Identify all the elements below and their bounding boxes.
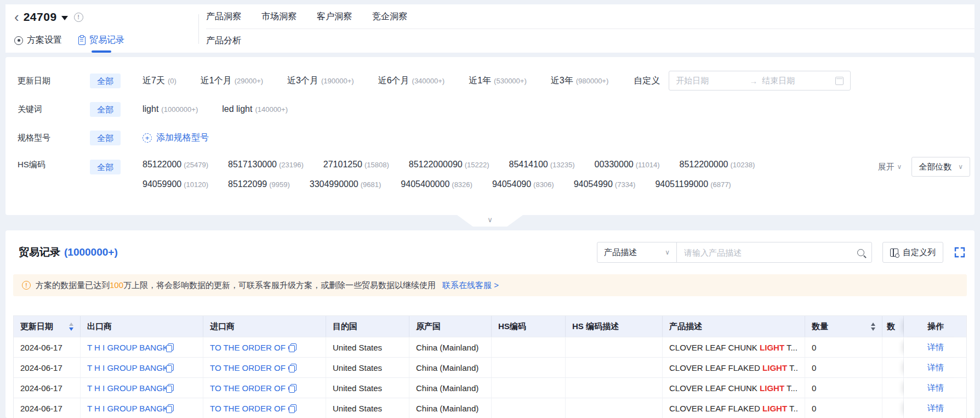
detail-link[interactable]: 详情 <box>927 403 944 414</box>
collapse-filters-tab[interactable]: ∨ <box>457 215 523 227</box>
arrow-right-icon: → <box>749 76 757 86</box>
sort-control[interactable] <box>69 323 73 331</box>
search-icon[interactable] <box>857 249 864 256</box>
calendar-icon[interactable] <box>835 77 844 85</box>
nav-item-market-insight[interactable]: 市场洞察 <box>261 11 297 22</box>
subnav-product-analysis[interactable]: 产品分析 <box>206 35 241 47</box>
page: ‹ 24709 ! 方案设置 贸易记录 产品洞察 市场洞察 <box>0 0 980 418</box>
date-option-3m[interactable]: 近3个月(190000+) <box>287 75 354 87</box>
copy-icon[interactable] <box>289 343 296 352</box>
hs-code-option[interactable]: 94051199000(6877) <box>655 179 731 189</box>
document-icon <box>78 36 86 45</box>
hs-code-option[interactable]: 94059900(10120) <box>143 179 208 189</box>
records-count: (1000000+) <box>64 246 118 258</box>
expand-hs-button[interactable]: 展开 ∨ <box>878 162 902 172</box>
hs-code-option[interactable]: 3304990000(9681) <box>310 179 381 189</box>
columns-settings-icon <box>890 248 898 257</box>
hs-code-option[interactable]: 9405400000(8326) <box>401 179 472 189</box>
hs-digits-select[interactable]: 全部位数 ∨ <box>911 157 970 177</box>
keyword-highlight: LIGHT <box>760 383 784 393</box>
fullscreen-button[interactable] <box>953 245 967 259</box>
plan-dropdown-icon[interactable] <box>61 16 68 20</box>
table-row: 2024-06-17 T H I GROUP BANGK TO THE ORDE… <box>14 377 966 398</box>
keyword-highlight: LIGHT <box>760 343 784 352</box>
hs-code-option[interactable]: 27101250(15808) <box>323 160 389 170</box>
copy-icon[interactable] <box>166 384 173 392</box>
cell-hs-desc <box>566 378 663 398</box>
copy-icon[interactable] <box>166 404 173 413</box>
hs-controls: 展开 ∨ 全部位数 ∨ <box>878 157 970 177</box>
spec-all-chip[interactable]: 全部 <box>90 131 121 145</box>
date-option-3y[interactable]: 近3年(980000+) <box>551 75 609 87</box>
cell-exporter: T H I GROUP BANGK <box>81 378 203 398</box>
importer-link[interactable]: TO THE ORDER OF CL <box>210 383 289 393</box>
hs-code-option[interactable]: 85414100(13235) <box>509 160 575 170</box>
keyword-highlight: LIGHT <box>762 363 787 372</box>
column-header-hs-desc: HS 编码描述 <box>566 316 663 337</box>
custom-columns-button[interactable]: 自定义列 <box>882 242 943 263</box>
sort-control[interactable] <box>871 323 875 331</box>
importer-link[interactable]: TO THE ORDER OF CL <box>210 404 289 413</box>
date-option-1y[interactable]: 近1年(530000+) <box>469 75 527 87</box>
date-option-6m[interactable]: 近6个月(340000+) <box>378 75 445 87</box>
hs-code-option[interactable]: 94054990(7334) <box>574 179 636 189</box>
add-spec-button[interactable]: + 添加规格型号 <box>143 132 209 144</box>
importer-link[interactable]: TO THE ORDER OF CL <box>210 363 289 372</box>
chevron-down-icon: ∨ <box>487 215 493 224</box>
main-nav: 产品洞察 市场洞察 客户洞察 竞企洞察 <box>206 4 975 29</box>
exporter-link[interactable]: T H I GROUP BANGK <box>87 383 166 393</box>
search-field-select[interactable]: 产品描述 ∨ <box>597 242 677 263</box>
tab-plan-settings[interactable]: 方案设置 <box>14 35 62 53</box>
update-date-all-chip[interactable]: 全部 <box>90 74 121 88</box>
cell-product-desc: CLOVER LEAF CHUNK LIGHT T... <box>663 337 805 357</box>
keyword-option-led-light[interactable]: led light(140000+) <box>222 104 288 114</box>
cell-origin: China (Mainland) <box>409 358 492 377</box>
filter-row-spec: 规格型号 全部 + 添加规格型号 <box>18 128 975 148</box>
hs-code-option[interactable]: 94054090(8306) <box>492 179 554 189</box>
copy-icon[interactable] <box>289 404 296 413</box>
copy-icon[interactable] <box>289 384 296 392</box>
date-option-7d[interactable]: 近7天(0) <box>143 75 176 87</box>
date-range-input[interactable]: 开始日期 → 结束日期 <box>669 71 851 91</box>
nav-item-product-insight[interactable]: 产品洞察 <box>206 11 241 22</box>
tab-trade-records[interactable]: 贸易记录 <box>78 35 124 53</box>
copy-icon[interactable] <box>166 364 173 372</box>
hs-all-chip[interactable]: 全部 <box>90 160 121 174</box>
detail-link[interactable]: 详情 <box>927 383 944 393</box>
copy-icon[interactable] <box>289 364 296 372</box>
hs-code-option[interactable]: 85122000(25479) <box>143 160 208 170</box>
filter-label: HS编码 <box>18 160 90 170</box>
detail-link[interactable]: 详情 <box>927 363 944 373</box>
nav-item-competitor-insight[interactable]: 竞企洞察 <box>372 11 407 22</box>
cell-hs-code <box>492 337 566 357</box>
column-header-update-date[interactable]: 更新日期 <box>14 316 81 337</box>
hs-code-option[interactable]: 8512200000(10238) <box>680 160 755 170</box>
hs-code-option[interactable]: 85122000090(15222) <box>409 160 489 170</box>
search-input[interactable] <box>684 248 857 257</box>
detail-link[interactable]: 详情 <box>927 342 944 353</box>
back-button[interactable]: ‹ <box>14 12 19 22</box>
cell-exporter: T H I GROUP BANGK <box>81 398 203 418</box>
date-option-1m[interactable]: 近1个月(29000+) <box>201 75 263 87</box>
hs-code-option[interactable]: 85122099(9959) <box>228 179 290 189</box>
keyword-all-chip[interactable]: 全部 <box>90 102 121 117</box>
hs-code-option[interactable]: 00330000(11014) <box>595 160 660 170</box>
exporter-link[interactable]: T H I GROUP BANGK <box>87 343 166 352</box>
tab-label: 方案设置 <box>27 35 62 46</box>
cell-importer: TO THE ORDER OF CL <box>203 378 326 398</box>
keyword-option-light[interactable]: light(1000000+) <box>143 104 198 114</box>
nav-item-customer-insight[interactable]: 客户洞察 <box>317 11 352 22</box>
exporter-link[interactable]: T H I GROUP BANGK <box>87 404 166 413</box>
filter-row-keyword: 关键词 全部 light(1000000+) led light(140000+… <box>18 99 975 119</box>
custom-date-label: 自定义 <box>634 75 660 87</box>
column-header-quantity[interactable]: 数量 <box>805 316 882 337</box>
cell-quantity: 0 <box>805 337 882 357</box>
info-icon[interactable]: ! <box>74 13 83 22</box>
hs-code-option[interactable]: 8517130000(23196) <box>228 160 304 170</box>
importer-link[interactable]: TO THE ORDER OF CL <box>210 343 289 352</box>
exporter-link[interactable]: T H I GROUP BANGK <box>87 363 166 372</box>
warning-icon: ! <box>22 281 31 290</box>
chevron-down-icon: ∨ <box>897 163 902 171</box>
contact-support-link[interactable]: 联系在线客服 > <box>442 280 499 291</box>
copy-icon[interactable] <box>166 343 173 352</box>
